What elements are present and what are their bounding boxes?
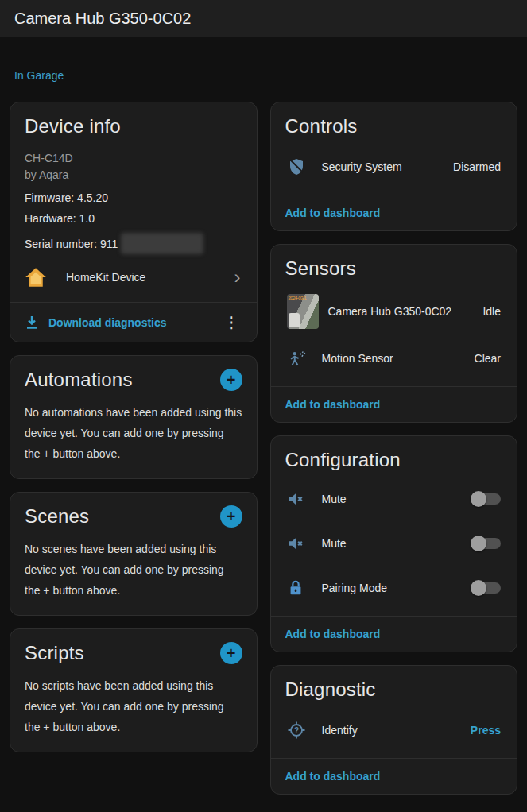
identify-press-button[interactable]: Press bbox=[471, 724, 501, 737]
homekit-device-row[interactable]: HomeKit Device › bbox=[25, 267, 242, 288]
serial-redaction bbox=[121, 233, 203, 254]
device-firmware: Firmware: 4.5.20 bbox=[25, 191, 242, 204]
chevron-right-icon: › bbox=[234, 268, 242, 287]
mute-toggle-1[interactable] bbox=[471, 491, 501, 507]
entity-name: Mute bbox=[322, 493, 347, 505]
controls-card: Controls Security System Disarmed bbox=[270, 102, 518, 231]
svg-text:?: ? bbox=[293, 726, 298, 735]
sensors-title: Sensors bbox=[285, 257, 503, 280]
pairing-mode-row: Pairing Mode bbox=[271, 568, 517, 608]
entity-name: Mute bbox=[322, 537, 347, 550]
area-breadcrumb-link[interactable]: In Garage bbox=[14, 69, 64, 82]
cards-grid: Device info CH-C14D by Aqara Firmware: 4… bbox=[10, 102, 517, 795]
motion-sensor-icon bbox=[287, 348, 319, 369]
entity-name: Pairing Mode bbox=[322, 582, 388, 594]
automations-card: Automations + No automations have been a… bbox=[10, 355, 258, 479]
lock-icon bbox=[287, 579, 319, 597]
device-model: CH-C14D bbox=[25, 150, 242, 167]
entity-name: Motion Sensor bbox=[322, 352, 393, 365]
download-icon bbox=[25, 315, 39, 330]
motion-sensor-row[interactable]: Motion Sensor Clear bbox=[271, 338, 517, 378]
download-diagnostics-row: Download diagnostics ⋮ bbox=[10, 303, 257, 342]
device-hardware: Hardware: 1.0 bbox=[25, 212, 242, 225]
add-automation-button[interactable]: + bbox=[220, 369, 242, 391]
security-system-state[interactable]: Disarmed bbox=[453, 160, 501, 173]
configuration-card: Configuration Mute bbox=[270, 435, 518, 652]
scenes-title: Scenes bbox=[25, 505, 89, 528]
mute-row-1: Mute bbox=[271, 479, 517, 519]
automations-empty-text: No automations have been added using thi… bbox=[25, 402, 242, 464]
pairing-mode-toggle[interactable] bbox=[471, 580, 501, 596]
left-column: Device info CH-C14D by Aqara Firmware: 4… bbox=[10, 102, 258, 795]
configuration-title: Configuration bbox=[285, 449, 503, 471]
app-header: Camera Hub G350-0C02 bbox=[0, 0, 527, 37]
volume-mute-icon bbox=[287, 490, 319, 508]
sensors-add-to-dashboard-link[interactable]: Add to dashboard bbox=[271, 387, 517, 422]
device-manufacturer: by Aqara bbox=[25, 167, 242, 184]
automations-title: Automations bbox=[25, 369, 133, 391]
overflow-menu-icon[interactable]: ⋮ bbox=[221, 313, 242, 331]
entity-name: Security System bbox=[322, 160, 402, 173]
entity-name: Identify bbox=[322, 724, 358, 737]
camera-thumbnail: 2024-03-1 bbox=[287, 294, 319, 329]
controls-add-to-dashboard-link[interactable]: Add to dashboard bbox=[271, 195, 517, 230]
scripts-title: Scripts bbox=[25, 642, 84, 664]
homekit-house-icon bbox=[25, 267, 48, 288]
page-title: Camera Hub G350-0C02 bbox=[14, 10, 191, 28]
controls-title: Controls bbox=[285, 115, 503, 137]
right-column: Controls Security System Disarmed bbox=[270, 102, 518, 795]
scenes-empty-text: No scenes have been added using this dev… bbox=[25, 539, 242, 601]
device-serial: Serial number: 911 bbox=[25, 233, 242, 254]
diagnostic-card: Diagnostic ? Identify Press bbox=[270, 665, 518, 795]
download-diagnostics-link[interactable]: Download diagnostics bbox=[48, 316, 167, 329]
diagnostic-title: Diagnostic bbox=[285, 679, 503, 701]
scripts-card: Scripts + No scripts have been added usi… bbox=[10, 628, 258, 752]
homekit-label: HomeKit Device bbox=[66, 271, 145, 284]
camera-state: Idle bbox=[482, 305, 501, 318]
diagnostic-add-to-dashboard-link[interactable]: Add to dashboard bbox=[271, 759, 517, 794]
add-scene-button[interactable]: + bbox=[220, 505, 242, 528]
device-info-card: Device info CH-C14D by Aqara Firmware: 4… bbox=[10, 102, 258, 342]
crosshairs-question-icon: ? bbox=[287, 721, 319, 740]
device-info-title: Device info bbox=[25, 115, 242, 137]
page-body: In Garage Device info CH-C14D by Aqara F… bbox=[0, 37, 527, 795]
entity-name: Camera Hub G350-0C02 bbox=[328, 305, 452, 318]
camera-timestamp: 2024-03-1 bbox=[289, 296, 307, 300]
configuration-add-to-dashboard-link[interactable]: Add to dashboard bbox=[271, 617, 517, 652]
shield-off-icon bbox=[287, 157, 319, 176]
volume-mute-icon bbox=[287, 535, 319, 552]
security-system-row[interactable]: Security System Disarmed bbox=[271, 147, 517, 187]
identify-row: ? Identify Press bbox=[271, 710, 517, 750]
camera-sensor-row[interactable]: 2024-03-1 Camera Hub G350-0C02 Idle bbox=[271, 286, 517, 337]
scripts-empty-text: No scripts have been added using this de… bbox=[25, 675, 242, 737]
mute-row-2: Mute bbox=[271, 524, 517, 563]
motion-sensor-state: Clear bbox=[475, 352, 501, 365]
sensors-card: Sensors 2024-03-1 Camera Hub G350-0C02 I… bbox=[270, 244, 518, 423]
mute-toggle-2[interactable] bbox=[471, 536, 501, 551]
add-script-button[interactable]: + bbox=[220, 642, 242, 664]
scenes-card: Scenes + No scenes have been added using… bbox=[10, 492, 258, 616]
